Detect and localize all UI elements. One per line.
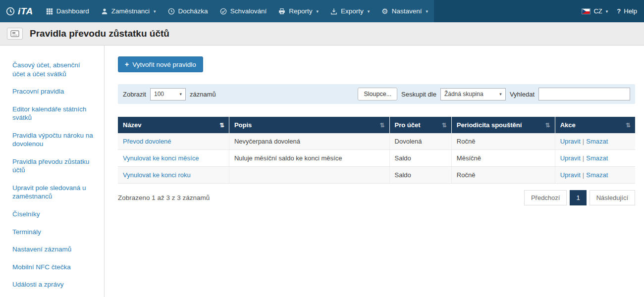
nav-label: Docházka [178,7,208,15]
page-title: Pravidla převodu zůstatku účtů [30,28,169,39]
nav-dochazka[interactable]: Docházka [162,0,214,22]
records-info: Zobrazeno 1 až 3 z 3 záznamů [118,194,524,201]
top-navbar: iTA Dashboard Zaměstnanci ▾ Dochá [0,0,644,22]
nav-label: Dashboard [56,7,89,15]
delete-link[interactable]: Smazat [586,171,608,179]
help-icon: ? [617,7,621,15]
logo-text: iTA [18,6,33,17]
page-length-value: 100 [154,91,164,98]
next-page-button[interactable]: Následující [590,190,635,205]
clock-icon [168,8,175,15]
nav-label: Exporty [341,7,364,15]
search-label: Vyhledat [510,91,535,98]
nav-label: Reporty [289,7,312,15]
nav-exporty[interactable]: Exporty ▾ [324,0,376,22]
column-header-akce[interactable]: Akce ⇅ [555,117,635,133]
help-link[interactable]: ? Help [617,7,637,15]
dashboard-grid-icon [46,8,53,15]
link-separator: | [583,138,584,145]
sidebar-item-pravidla-vypoctu[interactable]: Pravidla výpočtu nároku na dovolenou [0,127,104,153]
logo-clock-icon [6,7,15,16]
navbar-right: CZ ▾ ? Help [434,0,644,22]
rules-table: Název ⇅ Popis ⇅ Pro účet ⇅ Periodicita s… [118,117,635,184]
chevron-down-icon: ▾ [154,9,156,14]
search-input[interactable] [538,88,630,100]
rule-description: Nevyčerpaná dovolená [229,133,389,150]
delete-link[interactable]: Smazat [586,154,608,162]
rule-period: Ročně [451,133,555,150]
help-label: Help [624,7,637,15]
sidebar-item-pracovni-pravidla[interactable]: Pracovní pravidla [0,83,104,100]
previous-page-button[interactable]: Předchozí [524,190,567,205]
group-by-select[interactable]: Žádná skupina ▾ [440,88,506,100]
page-length-select[interactable]: 100 ▾ [150,88,186,100]
nav-zamestnanci[interactable]: Zaměstnanci ▾ [95,0,162,22]
edit-link[interactable]: Upravit [560,171,581,179]
settings-sidebar: Časový účet, absenční účet a účet svátků… [0,46,105,297]
main-content: + Vytvořit nové pravidlo Zobrazit 100 ▾ … [105,46,644,297]
rule-period: Ročně [451,167,555,184]
rule-description: Nuluje měsíční saldo ke konci měsíce [229,150,389,167]
create-rule-label: Vytvořit nové pravidlo [132,61,196,68]
column-header-periodicita[interactable]: Periodicita spouštění ⇅ [451,117,555,133]
create-rule-button[interactable]: + Vytvořit nové pravidlo [118,56,203,72]
sidebar-item-pravidla-prevodu[interactable]: Pravidla převodu zůstatku účtů [0,153,104,179]
column-header-popis[interactable]: Popis ⇅ [229,117,389,133]
chevron-down-icon: ▾ [316,9,319,14]
edit-link[interactable]: Upravit [560,138,581,145]
records-label: záznamů [190,91,216,98]
sidebar-item-udalosti-zpravy[interactable]: Události a zprávy [0,276,104,294]
sidebar-item-ciselniky[interactable]: Číselníky [0,205,104,223]
app-window: iTA Dashboard Zaměstnanci ▾ Dochá [0,0,644,297]
rule-account: Saldo [389,150,451,167]
chevron-down-icon: ▾ [179,92,182,97]
group-by-value: Žádná skupina [444,91,483,98]
chevron-down-icon: ▾ [426,9,429,14]
link-separator: | [583,171,584,179]
sidebar-item-nfc-ctecka[interactable]: Mobilní NFC čtečka [0,258,104,276]
delete-link[interactable]: Smazat [586,138,608,145]
chevron-down-icon: ▾ [499,92,502,97]
sidebar-item-terminaly[interactable]: Terminály [0,223,104,241]
rule-name-link[interactable]: Vynulovat ke konci měsíce [123,154,199,162]
sidebar-item-casovy-ucet[interactable]: Časový účet, absenční účet a účet svátků [0,56,104,83]
page-header: Pravidla převodu zůstatku účtů [0,22,644,46]
export-icon [330,8,337,15]
sort-icon[interactable]: ⇅ [626,122,631,129]
sort-icon[interactable]: ⇅ [545,122,550,129]
column-header-nazev[interactable]: Název ⇅ [118,117,229,133]
language-selector[interactable]: CZ ▾ [582,7,608,15]
table-row: Vynulovat ke konci měsíce Nuluje měsíční… [118,150,635,167]
app-logo[interactable]: iTA [0,0,40,22]
page-icon [7,28,23,40]
rule-name-link[interactable]: Vynulovat ke konci roku [123,171,191,179]
link-separator: | [583,154,584,162]
sort-icon[interactable]: ⇅ [219,122,224,129]
main-menu: Dashboard Zaměstnanci ▾ Docházka Sch [40,0,434,22]
chevron-down-icon: ▾ [368,9,370,14]
group-by-label: Seskupit dle [401,91,436,98]
table-header-row: Název ⇅ Popis ⇅ Pro účet ⇅ Periodicita s… [118,117,635,133]
nav-nastaveni[interactable]: ⚙ Nastavení ▾ [376,0,434,22]
sidebar-item-editor-kalendare[interactable]: Editor kalendáře státních svátků [0,100,104,127]
check-icon [220,8,227,15]
nav-reporty[interactable]: Reporty ▾ [272,0,324,22]
column-header-pro-ucet[interactable]: Pro účet ⇅ [389,117,451,133]
sidebar-item-upravit-pole[interactable]: Upravit pole sledovaná u zaměstnanců [0,179,104,205]
nav-schvalovani[interactable]: Schvalování [214,0,273,22]
page-number-button[interactable]: 1 [570,190,586,205]
sidebar-item-nastaveni-zaznamu[interactable]: Nastavení záznamů [0,241,104,258]
pagination: Předchozí 1 Následující [524,190,635,205]
columns-button[interactable]: Sloupce... [358,88,397,100]
table-toolbar: Zobrazit 100 ▾ záznamů Sloupce... Seskup… [118,84,635,104]
sort-icon[interactable]: ⇅ [380,122,385,129]
rule-description [229,167,389,184]
language-code: CZ [593,7,602,15]
edit-link[interactable]: Upravit [560,154,581,162]
nav-label: Zaměstnanci [111,7,150,15]
sort-icon[interactable]: ⇅ [442,122,447,129]
rule-name-link[interactable]: Převod dovolené [123,138,171,145]
nav-dashboard[interactable]: Dashboard [40,0,95,22]
table-footer: Zobrazeno 1 až 3 z 3 záznamů Předchozí 1… [118,190,635,205]
cz-flag-icon [582,8,590,14]
